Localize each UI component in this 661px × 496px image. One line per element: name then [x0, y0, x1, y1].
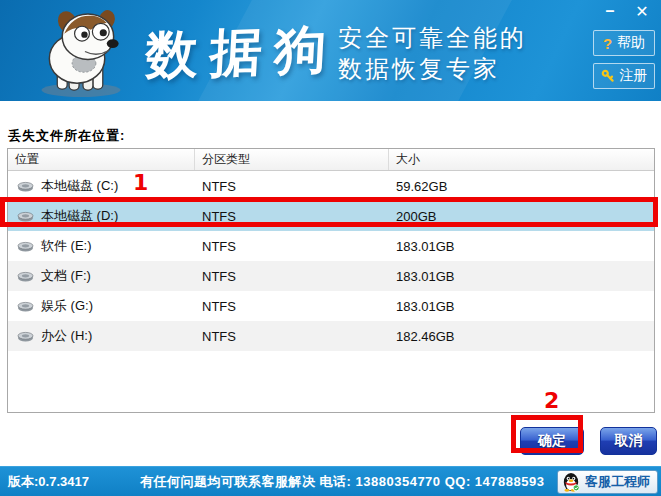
help-button-label: 帮助	[617, 34, 645, 52]
partition-type: NTFS	[195, 179, 389, 194]
key-icon	[601, 69, 615, 83]
drive-name-cell: 娱乐 (G:)	[8, 297, 195, 315]
disk-icon	[17, 330, 34, 342]
register-button[interactable]: 注册	[593, 63, 655, 89]
version-label: 版本:0.7.3417	[8, 473, 89, 491]
partition-type: NTFS	[195, 209, 389, 224]
drive-size: 59.62GB	[389, 179, 654, 194]
table-row[interactable]: 软件 (E:) NTFS 183.01GB	[8, 231, 654, 261]
question-icon: ?	[603, 35, 612, 52]
drive-size: 183.01GB	[389, 269, 654, 284]
drive-name: 娱乐 (G:)	[41, 297, 93, 315]
column-header-size[interactable]: 大小	[389, 149, 654, 170]
drive-name-cell: 软件 (E:)	[8, 237, 195, 255]
disk-icon	[17, 270, 34, 282]
disk-icon	[17, 300, 34, 312]
tagline-line1: 安全可靠全能的	[338, 22, 527, 53]
drive-name: 文档 (F:)	[41, 267, 91, 285]
drive-table: 位置 分区类型 大小 本地磁盘 (C:) NTFS 59.62GB	[7, 148, 655, 413]
status-bar: 版本:0.7.3417 有任何问题均可联系客服解决 电话: 1388035477…	[0, 466, 661, 496]
drive-name: 本地磁盘 (D:)	[41, 207, 118, 225]
table-row[interactable]: 娱乐 (G:) NTFS 183.01GB	[8, 291, 654, 321]
drive-name-cell: 本地磁盘 (C:)	[8, 177, 195, 195]
drive-name-cell: 文档 (F:)	[8, 267, 195, 285]
column-header-partition-type[interactable]: 分区类型	[195, 149, 389, 170]
minimize-button[interactable]: –	[599, 0, 621, 22]
drive-table-body: 本地磁盘 (C:) NTFS 59.62GB 本地磁盘 (D:) NTFS 20…	[8, 171, 654, 351]
partition-type: NTFS	[195, 269, 389, 284]
customer-service-label: 客服工程师	[585, 473, 650, 491]
table-row[interactable]: 办公 (H:) NTFS 182.46GB	[8, 321, 654, 351]
column-header-location[interactable]: 位置	[8, 149, 195, 170]
partition-type: NTFS	[195, 239, 389, 254]
partition-type: NTFS	[195, 299, 389, 314]
drive-name-cell: 本地磁盘 (D:)	[8, 207, 195, 225]
drive-size: 183.01GB	[389, 239, 654, 254]
drive-size: 200GB	[389, 209, 654, 224]
section-label: 丢失文件所在位置:	[8, 127, 125, 145]
support-contact-text: 有任何问题均可联系客服解决 电话: 13880354770 QQ: 147888…	[140, 473, 544, 491]
drive-size: 182.46GB	[389, 329, 654, 344]
disk-icon	[17, 210, 34, 222]
table-row[interactable]: 本地磁盘 (D:) NTFS 200GB	[8, 201, 654, 231]
register-button-label: 注册	[620, 67, 648, 85]
window-controls: – ✕	[599, 0, 653, 22]
app-logo-text: 数据狗	[144, 15, 340, 92]
disk-icon	[17, 180, 34, 192]
drive-name: 软件 (E:)	[41, 237, 92, 255]
customer-service-button[interactable]: 客服工程师	[557, 470, 658, 494]
cancel-button[interactable]: 取消	[600, 427, 657, 455]
disk-icon	[17, 240, 34, 252]
drive-table-header: 位置 分区类型 大小	[8, 149, 654, 171]
app-header: 数据狗 安全可靠全能的 数据恢复专家 – ✕ ? 帮助 注册	[0, 0, 661, 101]
drive-size: 183.01GB	[389, 299, 654, 314]
app-tagline: 安全可靠全能的 数据恢复专家	[338, 22, 527, 84]
partition-type: NTFS	[195, 329, 389, 344]
drive-name-cell: 办公 (H:)	[8, 327, 195, 345]
dog-mascot-icon	[26, 4, 138, 98]
table-row[interactable]: 文档 (F:) NTFS 183.01GB	[8, 261, 654, 291]
drive-name: 办公 (H:)	[41, 327, 92, 345]
drive-name: 本地磁盘 (C:)	[41, 177, 118, 195]
close-button[interactable]: ✕	[631, 0, 653, 22]
table-row[interactable]: 本地磁盘 (C:) NTFS 59.62GB	[8, 171, 654, 201]
tagline-line2: 数据恢复专家	[338, 53, 527, 84]
ok-button[interactable]: 确定	[520, 427, 584, 455]
app-window: 数据狗 安全可靠全能的 数据恢复专家 – ✕ ? 帮助 注册 丢失文件所在位置:	[0, 0, 661, 496]
qq-penguin-icon	[562, 472, 580, 492]
help-button[interactable]: ? 帮助	[593, 30, 655, 56]
